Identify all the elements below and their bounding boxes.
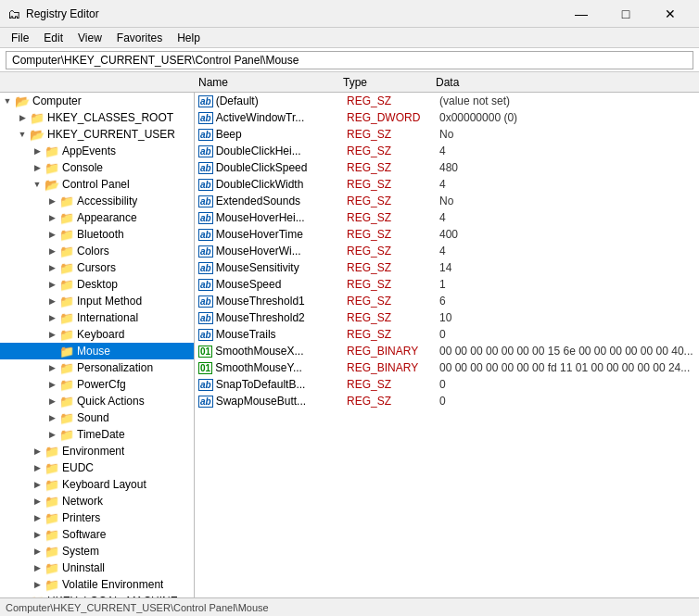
tree-item-label: Control Panel — [62, 178, 130, 191]
reg-entry-data: No — [436, 193, 699, 209]
tree-item-colors[interactable]: ▶📁Colors — [0, 243, 194, 259]
tree-item-cursors[interactable]: ▶📁Cursors — [0, 259, 194, 276]
menu-edit[interactable]: Edit — [36, 30, 70, 46]
tree-item-timedate[interactable]: ▶📁TimeDate — [0, 426, 194, 443]
tree-item-label: HKEY_CLASSES_ROOT — [47, 111, 173, 124]
tree-item-software[interactable]: ▶📁Software — [0, 526, 194, 543]
tree-expander-icon: ▶ — [30, 509, 44, 526]
table-row[interactable]: abMouseThreshold2REG_SZ10 — [195, 309, 699, 326]
tree-item-hkey_current_user[interactable]: ▼📂HKEY_CURRENT_USER — [0, 126, 194, 143]
tree-item-network[interactable]: ▶📁Network — [0, 493, 194, 509]
tree-item-computer[interactable]: ▼📂Computer — [0, 93, 194, 109]
tree-panel[interactable]: ▼📂Computer▶📁HKEY_CLASSES_ROOT▼📂HKEY_CURR… — [0, 93, 195, 597]
tree-item-quick_actions[interactable]: ▶📁Quick Actions — [0, 393, 194, 409]
folder-icon: 📁 — [59, 378, 74, 392]
tree-item-label: Desktop — [77, 278, 118, 291]
tree-item-hkey_classes_root[interactable]: ▶📁HKEY_CLASSES_ROOT — [0, 109, 194, 126]
tree-item-bluetooth[interactable]: ▶📁Bluetooth — [0, 226, 194, 243]
table-row[interactable]: abDoubleClickWidthREG_SZ4 — [195, 176, 699, 193]
table-row[interactable]: abMouseSpeedREG_SZ1 — [195, 276, 699, 293]
table-row[interactable]: abDoubleClickSpeedREG_SZ480 — [195, 159, 699, 176]
maximize-button[interactable]: □ — [604, 0, 647, 28]
column-headers: Name Type Data — [0, 72, 699, 93]
reg-entry-type: REG_SZ — [343, 276, 436, 293]
reg-entry-data: 0 — [436, 393, 699, 409]
tree-item-sound[interactable]: ▶📁Sound — [0, 409, 194, 426]
tree-item-console[interactable]: ▶📁Console — [0, 159, 194, 176]
table-row[interactable]: abActiveWindowTr...REG_DWORD0x00000000 (… — [195, 109, 699, 126]
reg-entry-data: 14 — [436, 259, 699, 276]
minimize-button[interactable]: — — [560, 0, 603, 28]
tree-item-appevents[interactable]: ▶📁AppEvents — [0, 143, 194, 159]
reg-entry-data: 4 — [436, 243, 699, 259]
tree-expander-icon: ▶ — [30, 559, 44, 576]
table-row[interactable]: 01SmoothMouseX...REG_BINARY00 00 00 00 0… — [195, 343, 699, 359]
reg-entry-type: REG_SZ — [343, 393, 436, 409]
table-row[interactable]: abSnapToDefaultB...REG_SZ0 — [195, 376, 699, 393]
reg-type-icon: ab — [198, 262, 213, 274]
table-row[interactable]: abMouseSensitivityREG_SZ14 — [195, 259, 699, 276]
menu-favorites[interactable]: Favorites — [109, 30, 170, 46]
table-row[interactable]: abExtendedSoundsREG_SZNo — [195, 193, 699, 209]
reg-entry-type: REG_SZ — [343, 259, 436, 276]
table-row[interactable]: 01SmoothMouseY...REG_BINARY00 00 00 00 0… — [195, 359, 699, 376]
tree-item-input_method[interactable]: ▶📁Input Method — [0, 293, 194, 309]
menu-file[interactable]: File — [4, 30, 36, 46]
close-button[interactable]: ✕ — [649, 0, 692, 28]
tree-item-desktop[interactable]: ▶📁Desktop — [0, 276, 194, 293]
table-row[interactable]: abMouseHoverHei...REG_SZ4 — [195, 209, 699, 226]
table-row[interactable]: abBeepREG_SZNo — [195, 126, 699, 143]
title-bar: 🗂 Registry Editor — □ ✕ — [0, 0, 699, 28]
tree-item-label: Bluetooth — [77, 228, 124, 241]
table-row[interactable]: abMouseHoverWi...REG_SZ4 — [195, 243, 699, 259]
tree-item-accessibility[interactable]: ▶📁Accessibility — [0, 193, 194, 209]
tree-item-volatile_environment[interactable]: ▶📁Volatile Environment — [0, 576, 194, 593]
tree-item-control_panel[interactable]: ▼📂Control Panel — [0, 176, 194, 193]
right-panel[interactable]: ab(Default)REG_SZ(value not set)abActive… — [195, 93, 699, 597]
folder-icon: 📁 — [59, 261, 74, 275]
tree-item-label: System — [62, 545, 99, 558]
tree-item-label: Input Method — [77, 295, 142, 308]
reg-entry-name: abMouseHoverHei... — [195, 209, 343, 226]
tree-item-label: Quick Actions — [77, 395, 145, 408]
reg-entry-data: 0 — [436, 326, 699, 343]
tree-item-label: Keyboard Layout — [62, 478, 146, 491]
table-row[interactable]: abMouseTrailsREG_SZ0 — [195, 326, 699, 343]
table-row[interactable]: abMouseHoverTimeREG_SZ400 — [195, 226, 699, 243]
menu-view[interactable]: View — [70, 30, 109, 46]
reg-entry-type: REG_SZ — [343, 226, 436, 243]
reg-type-icon: ab — [198, 145, 213, 157]
reg-entry-data: 10 — [436, 309, 699, 326]
tree-item-keyboard[interactable]: ▶📁Keyboard — [0, 326, 194, 343]
reg-entry-name: abDoubleClickSpeed — [195, 159, 343, 176]
tree-item-environment[interactable]: ▶📁Environment — [0, 443, 194, 459]
reg-type-icon: ab — [198, 195, 213, 207]
tree-item-powercfg[interactable]: ▶📁PowerCfg — [0, 376, 194, 393]
table-row[interactable]: ab(Default)REG_SZ(value not set) — [195, 93, 699, 109]
table-row[interactable]: abDoubleClickHei...REG_SZ4 — [195, 143, 699, 159]
table-row[interactable]: abSwapMouseButt...REG_SZ0 — [195, 393, 699, 409]
menu-help[interactable]: Help — [170, 30, 208, 46]
folder-icon: 📁 — [59, 211, 74, 225]
reg-entry-type: REG_BINARY — [343, 359, 436, 376]
tree-item-label: Colors — [77, 245, 109, 258]
tree-item-eudc[interactable]: ▶📁EUDC — [0, 459, 194, 476]
tree-item-system[interactable]: ▶📁System — [0, 543, 194, 559]
folder-icon: 📁 — [44, 545, 59, 559]
tree-item-mouse[interactable]: 📁Mouse — [0, 343, 194, 359]
tree-item-printers[interactable]: ▶📁Printers — [0, 509, 194, 526]
tree-item-international[interactable]: ▶📁International — [0, 309, 194, 326]
folder-icon: 📁 — [44, 511, 59, 525]
col-header-type: Type — [343, 76, 436, 89]
reg-type-icon: ab — [198, 229, 213, 241]
tree-item-keyboard_layout[interactable]: ▶📁Keyboard Layout — [0, 476, 194, 493]
address-input[interactable] — [6, 51, 693, 69]
tree-item-label: Console — [62, 161, 103, 174]
folder-icon: 📁 — [44, 478, 59, 492]
tree-item-label: Mouse — [77, 345, 110, 358]
reg-entry-data: 400 — [436, 226, 699, 243]
table-row[interactable]: abMouseThreshold1REG_SZ6 — [195, 293, 699, 309]
tree-item-appearance[interactable]: ▶📁Appearance — [0, 209, 194, 226]
tree-item-personalization[interactable]: ▶📁Personalization — [0, 359, 194, 376]
tree-item-uninstall[interactable]: ▶📁Uninstall — [0, 559, 194, 576]
